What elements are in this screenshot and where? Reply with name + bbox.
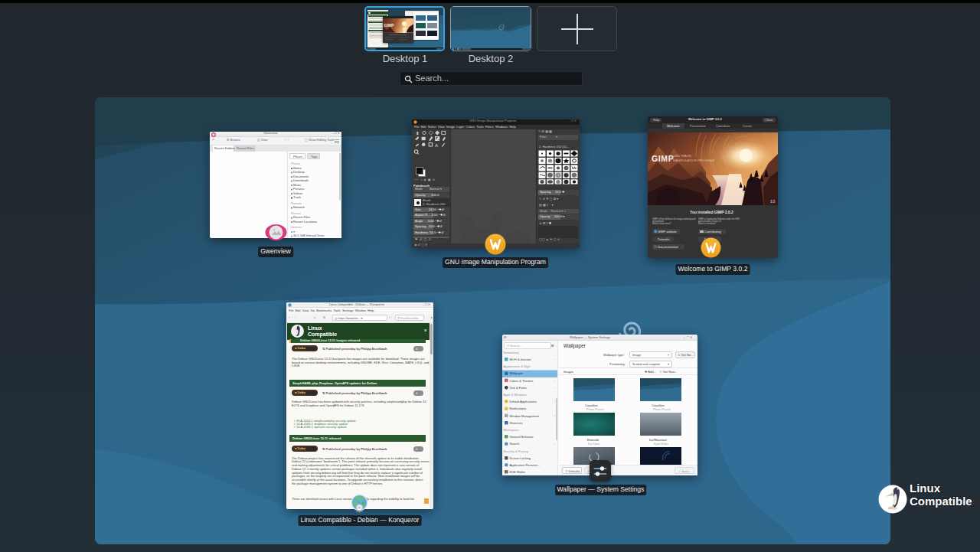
svg-text:A: A bbox=[435, 142, 439, 148]
svg-text:GNU IMAGE: GNU IMAGE bbox=[673, 154, 691, 158]
svg-text:Linux: Linux bbox=[910, 482, 941, 495]
svg-text:Compatible: Compatible bbox=[910, 495, 972, 508]
svg-text:3.0: 3.0 bbox=[770, 200, 776, 204]
svg-text:MANIPULATION PROGRAM: MANIPULATION PROGRAM bbox=[673, 158, 714, 162]
svg-text:GIMP: GIMP bbox=[652, 154, 674, 163]
